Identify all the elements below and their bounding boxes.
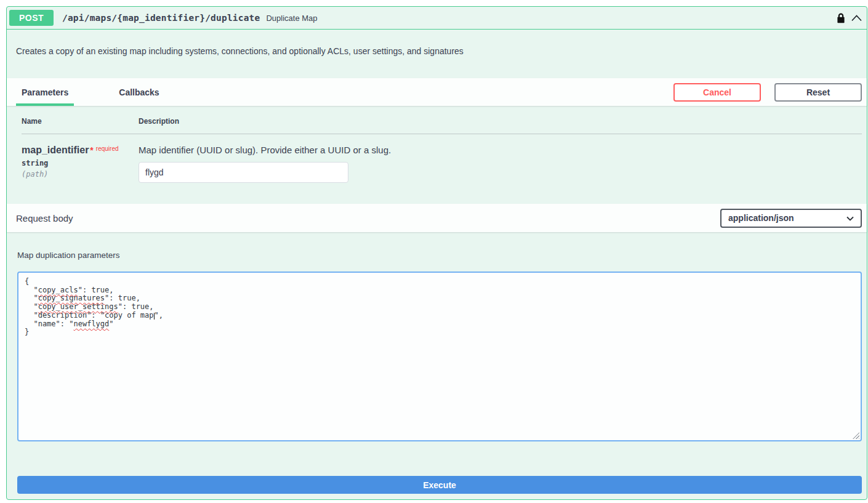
parameters-table: Name Description map_identifier*required… [7, 106, 867, 204]
operation-panel: POST /api/maps/{map_identifier}/duplicat… [6, 6, 867, 500]
parameter-row: map_identifier*required string (path) Ma… [22, 134, 862, 183]
lock-icon[interactable] [836, 12, 846, 24]
execute-button[interactable]: Execute [17, 476, 862, 494]
map-identifier-input[interactable] [139, 162, 348, 183]
chevron-up-icon[interactable] [851, 15, 862, 22]
operation-summary[interactable]: POST /api/maps/{map_identifier}/duplicat… [7, 7, 867, 30]
required-star: * [90, 145, 93, 155]
content-type-value: application/json [728, 213, 794, 223]
tab-callbacks[interactable]: Callbacks [113, 78, 164, 106]
endpoint-summary: Duplicate Map [266, 14, 317, 23]
request-body-editor[interactable]: { "copy_acls": true, "copy_signatures": … [17, 272, 862, 441]
description-column-header: Description [139, 117, 862, 134]
parameter-description-cell: Map identifier (UUID or slug). Provide e… [139, 145, 862, 183]
operation-description: Creates a copy of an existing map includ… [7, 30, 867, 78]
content-type-select[interactable]: application/json [720, 209, 862, 228]
parameter-name: map_identifier [22, 145, 89, 155]
request-body-section: Map duplication parameters { "copy_acls"… [7, 232, 867, 441]
cancel-button[interactable]: Cancel [673, 83, 761, 102]
request-body-code: { "copy_acls": true, "copy_signatures": … [25, 278, 854, 337]
required-label: required [96, 145, 119, 152]
parameters-header: Parameters Callbacks Cancel Reset [7, 78, 867, 106]
resize-handle[interactable] [853, 432, 859, 439]
parameter-type: string [22, 159, 139, 167]
request-body-header: Request body application/json [7, 204, 867, 232]
chevron-down-icon [846, 213, 854, 223]
name-column-header: Name [22, 117, 139, 134]
parameter-location: (path) [22, 170, 139, 179]
parameter-name-cell: map_identifier*required string (path) [22, 145, 139, 183]
body-schema-label: Map duplication parameters [17, 251, 862, 260]
parameter-description: Map identifier (UUID or slug). Provide e… [139, 145, 862, 155]
request-body-label: Request body [16, 213, 73, 223]
endpoint-path: /api/maps/{map_identifier}/duplicate [62, 13, 260, 23]
tab-parameters[interactable]: Parameters [16, 78, 74, 106]
method-badge: POST [9, 10, 54, 26]
reset-button[interactable]: Reset [774, 83, 862, 102]
